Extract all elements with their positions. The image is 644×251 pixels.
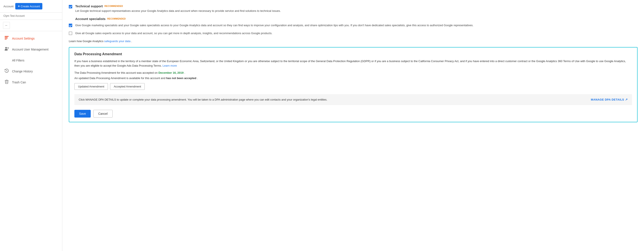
updated-amendment-button[interactable]: Updated Amendment xyxy=(74,83,108,90)
cancel-button[interactable]: Cancel xyxy=(93,110,113,118)
account-settings-label: Account Settings xyxy=(12,37,34,40)
dpa-box: Data Processing Amendment If you have a … xyxy=(69,47,638,122)
account-specialists-checkbox1[interactable] xyxy=(69,24,72,27)
main-content: Technical support RECOMMENDED Let Google… xyxy=(62,0,644,251)
technical-support-content: Technical support RECOMMENDED Let Google… xyxy=(75,4,281,13)
technical-support-title: Technical support RECOMMENDED xyxy=(75,4,281,8)
technical-support-checkbox[interactable] xyxy=(69,5,72,8)
svg-rect-2 xyxy=(5,38,8,38)
sidebar-item-account-settings[interactable]: Account Settings xyxy=(0,33,62,44)
back-button[interactable]: ← xyxy=(3,22,10,29)
all-filters-label: All Filters xyxy=(12,59,24,62)
save-button[interactable]: Save xyxy=(74,110,91,118)
svg-point-4 xyxy=(5,47,7,48)
dpa-learn-more-link[interactable]: Learn more xyxy=(162,64,177,67)
trash-can-icon xyxy=(4,79,9,85)
account-specialists-desc1: Give Google marketing specialists and yo… xyxy=(75,23,473,28)
account-user-management-icon xyxy=(4,46,9,52)
sidebar-item-trash-can[interactable]: Trash Can xyxy=(0,77,62,88)
all-filters-icon xyxy=(4,58,9,63)
account-specialists-item: Account specialists RECOMMENDED xyxy=(69,17,638,22)
dpa-description: If you have a business established in th… xyxy=(74,59,632,68)
sidebar-item-change-history[interactable]: Change History xyxy=(0,66,62,77)
account-user-management-label: Account User Management xyxy=(12,48,48,51)
account-specialists-checkbox2[interactable] xyxy=(69,32,72,35)
dpa-accepted-date: December 16, 2019 xyxy=(158,71,184,74)
account-name: Clym Test Account xyxy=(0,13,62,20)
technical-support-checkbox-area xyxy=(69,5,72,8)
account-label: Account xyxy=(4,5,14,8)
sidebar-top: Account + Create Account xyxy=(0,0,62,13)
svg-rect-1 xyxy=(5,37,8,38)
safeguards-text: Learn how Google Analytics safeguards yo… xyxy=(69,40,638,43)
account-specialists-opt2: Give all Google sales experts access to … xyxy=(69,31,638,36)
nav-items: Account Settings Account User Management… xyxy=(0,31,62,90)
plus-icon: + xyxy=(18,4,20,8)
technical-support-description: Let Google technical support representat… xyxy=(75,9,281,13)
technical-support-section: Technical support RECOMMENDED Let Google… xyxy=(69,4,638,43)
account-specialists-opt1: Give Google marketing specialists and yo… xyxy=(69,23,638,28)
account-specialists-content: Account specialists RECOMMENDED xyxy=(75,17,126,22)
account-specialists-badge: RECOMMENDED xyxy=(107,18,126,20)
change-history-label: Change History xyxy=(12,70,33,73)
create-account-label: Create Account xyxy=(21,5,40,8)
trash-can-label: Trash Can xyxy=(12,80,26,84)
amendment-buttons: Updated Amendment Accepted Amendment xyxy=(74,83,632,90)
dpa-not-accepted-text: An updated Data Processing Amendment is … xyxy=(74,76,632,80)
account-settings-icon xyxy=(4,36,9,41)
dpa-info-box: Click MANAGE DPA DETAILS to update or co… xyxy=(74,94,632,105)
change-history-icon xyxy=(4,68,9,74)
dpa-info-text: Click MANAGE DPA DETAILS to update or co… xyxy=(79,98,327,102)
account-specialists-desc2: Give all Google sales experts access to … xyxy=(75,31,272,36)
safeguards-link[interactable]: safeguards your data xyxy=(104,40,130,43)
sidebar-item-account-user-management[interactable]: Account User Management xyxy=(0,44,62,55)
sidebar: Account + Create Account Clym Test Accou… xyxy=(0,0,62,251)
svg-rect-3 xyxy=(5,39,7,40)
technical-support-item: Technical support RECOMMENDED Let Google… xyxy=(69,4,638,13)
sidebar-item-all-filters[interactable]: All Filters xyxy=(0,55,62,66)
dpa-title: Data Processing Amendment xyxy=(74,52,632,56)
action-buttons: Save Cancel xyxy=(74,110,632,118)
create-account-button[interactable]: + Create Account xyxy=(15,3,42,10)
account-specialists-checkbox2-area xyxy=(69,32,72,36)
manage-dpa-link[interactable]: MANAGE DPA DETAILS ↗ xyxy=(591,98,628,101)
technical-support-badge: RECOMMENDED xyxy=(104,5,123,7)
svg-rect-0 xyxy=(5,36,8,37)
svg-point-5 xyxy=(8,48,8,49)
dpa-accepted-text: The Data Processing Amendment for this a… xyxy=(74,71,632,74)
back-row: ← xyxy=(0,20,62,31)
external-link-icon: ↗ xyxy=(625,98,628,101)
account-specialists-title: Account specialists RECOMMENDED xyxy=(75,17,126,21)
account-specialists-checkbox1-area xyxy=(69,24,72,27)
accepted-amendment-button[interactable]: Accepted Amendment xyxy=(110,83,145,90)
